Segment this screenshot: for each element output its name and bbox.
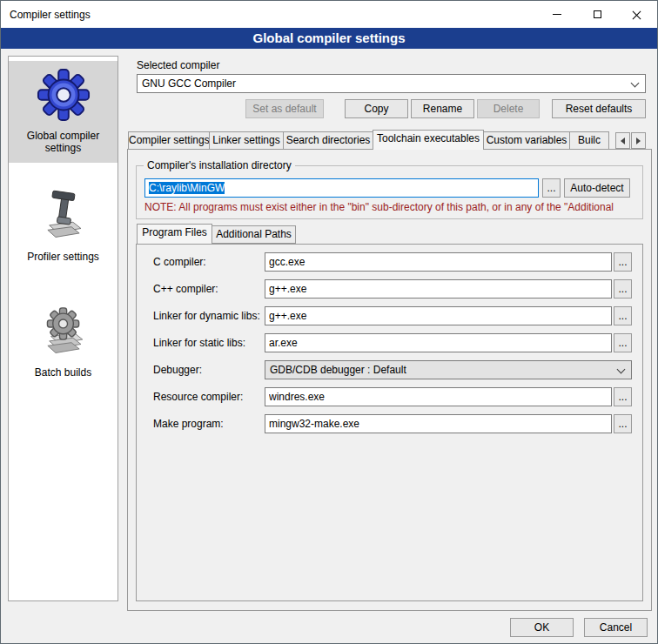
browse-c-compiler-button[interactable]: ... — [614, 252, 632, 272]
rename-button[interactable]: Rename — [411, 99, 474, 118]
close-icon — [632, 10, 642, 20]
debugger-label: Debugger: — [153, 364, 202, 376]
linker-static-input[interactable] — [265, 333, 612, 352]
auto-detect-button[interactable]: Auto-detect — [564, 178, 630, 198]
window-controls — [537, 1, 657, 28]
installation-directory-group-title: Compiler's installation directory — [144, 159, 295, 171]
chevron-down-icon — [617, 366, 626, 374]
tab-linker-settings[interactable]: Linker settings — [209, 131, 284, 150]
browse-linker-dynamic-button[interactable]: ... — [614, 306, 632, 325]
sidebar: Global compiler settings Profiler settin… — [8, 56, 118, 601]
sidebar-item-profiler-settings[interactable]: Profiler settings — [9, 182, 118, 272]
browse-installation-dir-button[interactable]: ... — [542, 178, 561, 198]
sidebar-item-label: Profiler settings — [14, 251, 112, 263]
tab-scroll-right-button[interactable] — [631, 132, 646, 149]
page-title: Global compiler settings — [1, 28, 657, 49]
tab-build-truncated[interactable]: Builc — [569, 131, 609, 150]
close-button[interactable] — [617, 1, 657, 28]
cpp-compiler-label: C++ compiler: — [153, 283, 218, 295]
browse-make-program-button[interactable]: ... — [614, 414, 632, 433]
selected-compiler-label: Selected compiler — [137, 59, 219, 71]
resource-compiler-label: Resource compiler: — [153, 391, 243, 403]
installation-dir-value: C:\raylib\MinGW — [149, 182, 225, 194]
installation-note: NOTE: All programs must exist either in … — [144, 201, 642, 213]
browse-resource-compiler-button[interactable]: ... — [614, 387, 632, 406]
copy-button[interactable]: Copy — [345, 99, 408, 118]
window-title: Compiler settings — [10, 9, 91, 21]
arrow-right-icon — [636, 138, 641, 144]
maximize-button[interactable] — [577, 1, 617, 28]
make-program-input[interactable] — [265, 414, 612, 433]
debugger-value: GDB/CDB debugger : Default — [270, 364, 406, 376]
tab-additional-paths[interactable]: Additional Paths — [212, 225, 296, 244]
profiler-tool-icon — [38, 189, 89, 243]
c-compiler-input[interactable] — [265, 252, 612, 272]
minimize-icon — [553, 14, 561, 15]
resource-compiler-input[interactable] — [265, 387, 612, 406]
tab-compiler-settings[interactable]: Compiler settings — [128, 131, 210, 150]
linker-dynamic-input[interactable] — [265, 306, 612, 325]
tab-toolchain-executables[interactable]: Toolchain executables — [373, 130, 484, 150]
linker-static-label: Linker for static libs: — [153, 337, 245, 349]
sidebar-item-batch-builds[interactable]: Batch builds — [9, 298, 118, 387]
sidebar-item-label: Batch builds — [14, 366, 112, 379]
reset-defaults-button[interactable]: Reset defaults — [552, 99, 646, 118]
titlebar: Compiler settings — [1, 1, 657, 28]
debugger-select[interactable]: GDB/CDB debugger : Default — [265, 360, 632, 379]
tab-program-files[interactable]: Program Files — [137, 224, 212, 244]
browse-linker-static-button[interactable]: ... — [614, 333, 632, 352]
cpp-compiler-input[interactable] — [265, 279, 612, 299]
maximize-icon — [594, 10, 601, 18]
gray-gear-stack-icon — [38, 305, 89, 359]
tab-scroll-left-button[interactable] — [615, 132, 630, 149]
selected-compiler-value: GNU GCC Compiler — [142, 77, 236, 90]
c-compiler-label: C compiler: — [153, 256, 206, 268]
tab-custom-variables[interactable]: Custom variables — [483, 131, 570, 150]
set-as-default-button[interactable]: Set as default — [245, 99, 324, 118]
compiler-settings-window: Compiler settings Global compiler settin… — [0, 0, 658, 644]
selected-compiler-select[interactable]: GNU GCC Compiler — [137, 74, 646, 93]
tab-search-directories[interactable]: Search directories — [283, 131, 373, 150]
sidebar-item-global-compiler-settings[interactable]: Global compiler settings — [9, 61, 118, 163]
make-program-label: Make program: — [153, 418, 224, 430]
installation-dir-input[interactable]: C:\raylib\MinGW — [144, 178, 539, 198]
ok-button[interactable]: OK — [510, 618, 574, 637]
cancel-button[interactable]: Cancel — [584, 618, 648, 637]
chevron-down-icon — [631, 79, 640, 88]
browse-cpp-compiler-button[interactable]: ... — [614, 279, 632, 299]
linker-dynamic-label: Linker for dynamic libs: — [153, 310, 260, 322]
delete-button[interactable]: Delete — [477, 99, 540, 118]
sidebar-item-label: Global compiler settings — [14, 130, 112, 154]
minimize-button[interactable] — [537, 1, 577, 28]
blue-gear-icon — [37, 68, 91, 122]
arrow-left-icon — [621, 138, 625, 144]
